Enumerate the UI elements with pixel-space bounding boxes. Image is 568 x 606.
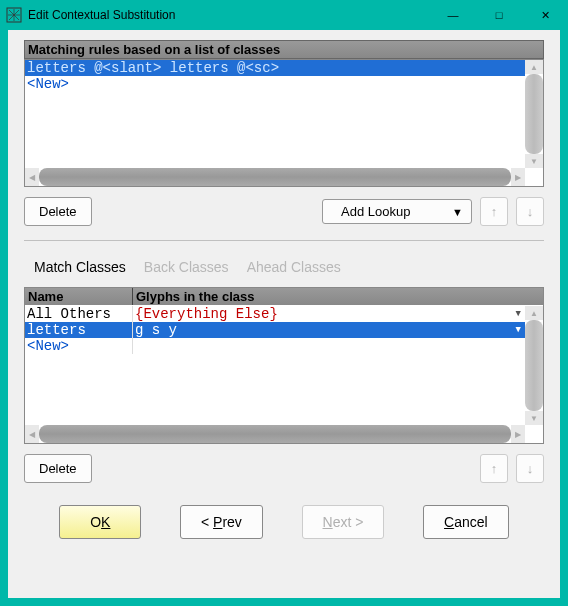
scroll-down-icon[interactable]: ▼ [525, 154, 543, 168]
class-move-up-button: ↑ [480, 454, 508, 483]
ok-button[interactable]: OK [59, 505, 141, 539]
scroll-right-icon[interactable]: ▶ [511, 168, 525, 186]
col-glyphs: Glyphs in the class [133, 288, 543, 305]
class-columns-header: Name Glyphs in the class [25, 288, 543, 305]
move-down-button: ↓ [516, 197, 544, 226]
move-up-button: ↑ [480, 197, 508, 226]
class-row[interactable]: All Others {Everything Else}▼ [25, 306, 525, 322]
tab-ahead-classes[interactable]: Ahead Classes [247, 255, 341, 279]
next-button: Next > [302, 505, 385, 539]
close-button[interactable]: ✕ [522, 0, 568, 30]
rules-vscroll[interactable]: ▲ ▼ [525, 60, 543, 168]
class-list[interactable]: Name Glyphs in the class All Others {Eve… [24, 287, 544, 444]
chevron-down-icon: ▼ [452, 206, 463, 218]
class-move-down-button: ↓ [516, 454, 544, 483]
tab-back-classes[interactable]: Back Classes [144, 255, 229, 279]
delete-class-button[interactable]: Delete [24, 454, 92, 483]
rules-header: Matching rules based on a list of classe… [24, 40, 544, 59]
dialog-buttons: OK < Prev Next > Cancel [24, 505, 544, 539]
window-title: Edit Contextual Substitution [28, 8, 430, 22]
delete-rule-button[interactable]: Delete [24, 197, 92, 226]
chevron-down-icon[interactable]: ▼ [516, 325, 523, 335]
class-tabs: Match Classes Back Classes Ahead Classes [24, 255, 544, 279]
scroll-down-icon[interactable]: ▼ [525, 411, 543, 425]
scroll-up-icon[interactable]: ▲ [525, 306, 543, 320]
scroll-up-icon[interactable]: ▲ [525, 60, 543, 74]
class-row[interactable]: letters g s y▼ [25, 322, 525, 338]
col-name: Name [25, 288, 133, 305]
titlebar: Edit Contextual Substitution — □ ✕ [0, 0, 568, 30]
add-lookup-label: Add Lookup [341, 204, 410, 219]
scroll-left-icon[interactable]: ◀ [25, 425, 39, 443]
minimize-button[interactable]: — [430, 0, 476, 30]
rules-list[interactable]: letters @<slant> letters @<sc> <New> ▲ ▼… [24, 59, 544, 187]
cancel-button[interactable]: Cancel [423, 505, 509, 539]
app-icon [6, 7, 22, 23]
client-area: Matching rules based on a list of classe… [8, 30, 560, 598]
class-hscroll[interactable]: ◀ ▶ [25, 425, 525, 443]
class-row-new[interactable]: <New> [25, 338, 525, 354]
prev-button[interactable]: < Prev [180, 505, 263, 539]
chevron-down-icon[interactable]: ▼ [516, 309, 523, 319]
scroll-right-icon[interactable]: ▶ [511, 425, 525, 443]
maximize-button[interactable]: □ [476, 0, 522, 30]
add-lookup-combo[interactable]: Add Lookup ▼ [322, 199, 472, 224]
divider [24, 240, 544, 241]
rule-new[interactable]: <New> [25, 76, 525, 92]
scroll-left-icon[interactable]: ◀ [25, 168, 39, 186]
rules-hscroll[interactable]: ◀ ▶ [25, 168, 525, 186]
rule-item[interactable]: letters @<slant> letters @<sc> [25, 60, 525, 76]
tab-match-classes[interactable]: Match Classes [34, 255, 126, 279]
class-vscroll[interactable]: ▲ ▼ [525, 306, 543, 425]
